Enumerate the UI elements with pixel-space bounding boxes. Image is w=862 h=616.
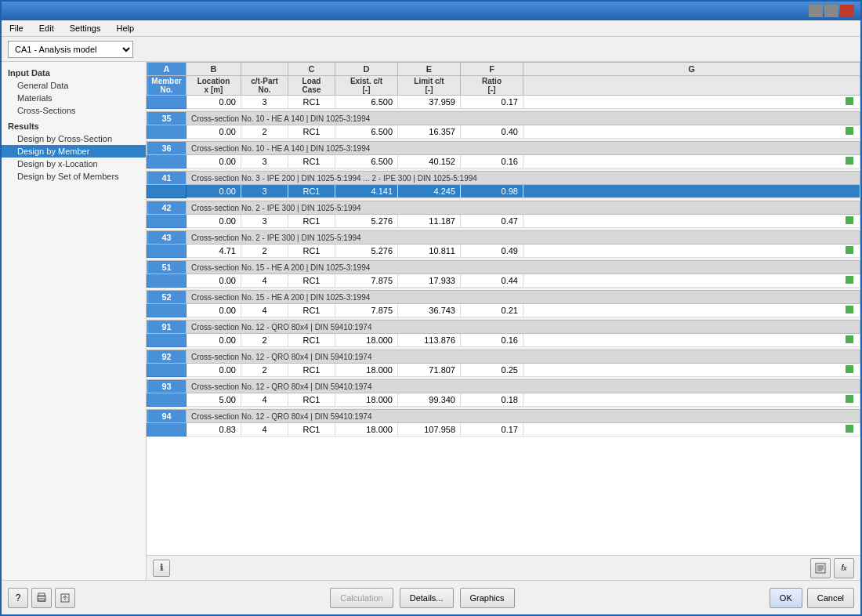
status-indicator-cell [523,393,860,407]
details-button[interactable]: Details... [400,588,454,608]
maximize-button[interactable] [824,5,838,17]
footer-left: ? [8,588,75,608]
menu-file[interactable]: File [5,22,28,34]
status-green-indicator [846,276,853,284]
exist-ct-value: 18.000 [335,364,398,377]
help-button[interactable]: ? [8,588,28,608]
minimize-button[interactable] [809,5,823,17]
footer-center: Calculation Details... Graphics [330,588,514,608]
ct-part-value: 4 [241,393,288,407]
exist-ct-value: 18.000 [335,423,398,437]
analysis-model-dropdown[interactable]: CA1 - Analysis model [8,41,133,58]
calculation-button[interactable]: Calculation [330,588,393,608]
table-row[interactable]: 0.004RC17.87536.7430.21 [147,304,860,317]
table-row[interactable]: 0.003RC16.50037.9590.17 [147,96,860,109]
sidebar-item-design-set-members[interactable]: Design by Set of Members [2,170,146,183]
toolbar: CA1 - Analysis model [2,37,860,62]
location-value: 5.00 [187,393,241,407]
col-label-g [523,76,860,96]
col-label-location: Locationx [m] [187,76,241,96]
ratio-value: 0.17 [461,423,523,437]
load-case-value: RC1 [288,215,335,228]
ratio-value: 0.47 [461,215,523,228]
sidebar-item-cross-sections[interactable]: Cross-Sections [2,104,146,117]
member-no-value [147,245,187,258]
export-button[interactable] [810,558,831,578]
col-header-e: E [398,63,461,76]
limit-ct-value: 36.743 [398,304,461,317]
table-row[interactable]: 0.002RC118.000113.8760.16 [147,334,860,347]
ct-part-value: 2 [241,334,288,347]
menu-edit[interactable]: Edit [34,22,59,34]
table-row[interactable]: 0.002RC118.00071.8070.25 [147,364,860,377]
sidebar-item-general-data[interactable]: General Data [2,79,146,92]
location-value: 4.71 [187,245,241,258]
ct-part-value: 3 [241,215,288,228]
location-value: 0.00 [187,304,241,317]
location-value: 0.00 [187,155,241,168]
sidebar-item-materials[interactable]: Materials [2,92,146,104]
ok-button[interactable]: OK [770,588,802,608]
table-row[interactable]: 0.002RC16.50016.3570.40 [147,125,860,139]
ratio-value: 0.16 [461,334,523,347]
col-header-g: G [523,63,860,76]
sidebar-item-design-member[interactable]: Design by Member [2,145,146,158]
limit-ct-value: 17.933 [398,274,461,288]
ratio-value: 0.44 [461,274,523,288]
load-case-value: RC1 [288,155,335,168]
status-green-indicator [846,365,853,373]
table-row[interactable]: 0.003RC15.27611.1870.47 [147,215,860,228]
export-icon-button[interactable] [55,588,75,608]
col-header-ct-part [241,63,288,76]
footer: ? Calcu [2,580,860,614]
load-case-value: RC1 [288,423,335,437]
member-no-value [147,334,187,347]
table-row[interactable]: 0.834RC118.000107.9580.17 [147,423,860,437]
sidebar-item-design-cross-section[interactable]: Design by Cross-Section [2,132,146,145]
ct-part-value: 4 [241,274,288,288]
ct-part-value: 2 [241,364,288,377]
ratio-value: 0.98 [461,185,523,198]
col-label-exist-ct: Exist. c/t[-] [335,76,398,96]
cancel-button[interactable]: Cancel [807,588,854,608]
formula-button[interactable]: fx [834,558,854,578]
table-row[interactable]: 4.712RC15.27610.8110.49 [147,245,860,258]
member-header-row: 91Cross-section No. 12 - QRO 80x4 | DIN … [147,321,860,334]
table-row[interactable]: 5.004RC118.00099.3400.18 [147,393,860,407]
close-button[interactable] [840,5,854,17]
ct-part-value: 3 [241,155,288,168]
window-controls[interactable] [809,5,854,17]
menu-help[interactable]: Help [111,22,139,34]
col-header-a: A [147,63,187,76]
col-label-ct-part-no: c/t-PartNo. [241,76,288,96]
load-case-value: RC1 [288,364,335,377]
location-value: 0.00 [187,334,241,347]
menu-settings[interactable]: Settings [65,22,106,34]
column-header-row: A B C D E F G [147,63,860,76]
member-number-cell: 41 [147,172,187,185]
location-value: 0.00 [187,185,241,198]
member-no-value [147,364,187,377]
member-header-row: 93Cross-section No. 12 - QRO 80x4 | DIN … [147,380,860,393]
member-header-row: 92Cross-section No. 12 - QRO 80x4 | DIN … [147,350,860,364]
cross-section-label: Cross-section No. 2 - IPE 300 | DIN 1025… [187,231,860,245]
exist-ct-value: 7.875 [335,304,398,317]
graphics-button[interactable]: Graphics [460,588,515,608]
status-green-indicator [846,425,853,433]
table-container[interactable]: A B C D E F G MemberNo. L [147,62,860,555]
sidebar-input-section: Input Data [2,67,146,79]
table-row[interactable]: 0.003RC14.1414.2450.98 [147,185,860,198]
main-container: CA1 - Analysis model Input Data General … [2,37,860,614]
table-row[interactable]: 0.003RC16.50040.1520.16 [147,155,860,168]
ct-part-value: 4 [241,304,288,317]
info-button[interactable]: ℹ [153,560,170,577]
sidebar-item-design-x-location[interactable]: Design by x-Location [2,158,146,170]
member-no-value [147,274,187,288]
status-indicator-cell [523,215,860,228]
location-value: 0.00 [187,274,241,288]
print-button[interactable] [31,588,52,608]
table-row[interactable]: 0.004RC17.87517.9330.44 [147,274,860,288]
member-no-value [147,125,187,139]
exist-ct-value: 6.500 [335,125,398,139]
bottom-table-toolbar: ℹ fx [147,555,860,580]
